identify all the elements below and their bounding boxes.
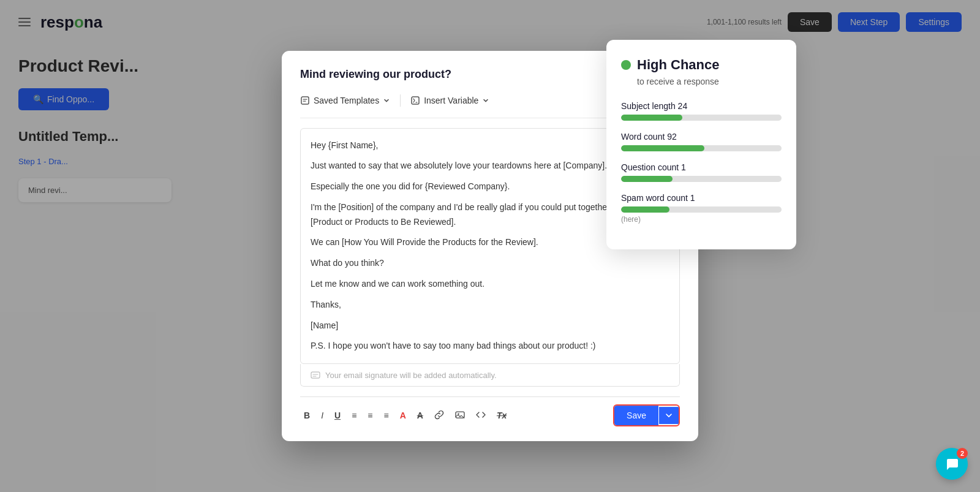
chance-header: High Chance [621,57,782,73]
email-line-7: Let me know and we can work something ou… [311,277,669,292]
metric-note-spam: (here) [621,215,782,224]
metric-bar-fill-question [621,176,673,182]
save-button-group: Save [613,404,680,426]
embed-icon [476,410,486,420]
metric-label-spam: Spam word count 1 [621,193,782,203]
bold-button[interactable]: B [300,408,314,423]
insert-variable-dropdown[interactable]: Insert Variable [410,96,489,105]
format-bar: B I U ≡ ≡ ≡ A A Tx Save [300,396,680,426]
metric-bar-fill-spam [621,206,669,213]
metric-bar-fill-word [621,145,704,151]
email-line-9: [Name] [311,319,669,333]
underline-button[interactable]: U [331,408,344,423]
svg-rect-2 [311,372,320,378]
align-left-button[interactable]: ≡ [348,408,360,423]
metric-label-word: Word count 92 [621,132,782,142]
signature-icon [311,370,320,380]
chat-bubble[interactable]: 2 [936,448,968,480]
metric-bar-fill-subject [621,115,682,121]
side-panel: High Chance to receive a response Subjec… [606,40,796,249]
link-button[interactable] [431,407,448,424]
chevron-down-icon-2 [482,97,489,104]
metric-subject-length: Subject length 24 [621,101,782,121]
toolbar-divider [400,94,401,107]
embed-link-button[interactable] [472,407,489,424]
metric-label-question: Question count 1 [621,162,782,172]
metric-bar-bg-subject [621,115,782,121]
green-dot-icon [621,60,631,70]
save-dropdown-button[interactable] [659,407,679,424]
list-button[interactable]: ≡ [380,408,392,423]
signature-text: Your email signature will be added autom… [325,371,497,380]
image-button[interactable] [451,407,469,424]
chevron-down-icon [383,97,390,104]
metric-bar-bg-word [621,145,782,151]
template-icon [300,96,310,105]
metric-spam-count: Spam word count 1 (here) [621,193,782,224]
email-line-8: Thanks, [311,298,669,312]
image-icon [455,410,465,420]
saved-templates-label: Saved Templates [314,96,379,105]
metric-question-count: Question count 1 [621,162,782,182]
svg-rect-1 [412,97,419,104]
chat-icon [944,456,959,471]
strikethrough-button[interactable]: A [413,408,427,423]
chevron-down-icon-3 [665,412,673,419]
chance-title: High Chance [637,57,719,73]
saved-templates-dropdown[interactable]: Saved Templates [300,96,390,105]
metric-label-subject: Subject length 24 [621,101,782,111]
save-main-button[interactable]: Save [614,406,658,425]
align-center-button[interactable]: ≡ [364,408,376,423]
metric-bar-bg-question [621,176,782,182]
email-line-10: P.S. I hope you won't have to say too ma… [311,339,669,354]
email-line-6: What do you think? [311,256,669,271]
signature-row: Your email signature will be added autom… [300,364,680,387]
link-icon [434,410,444,420]
metric-word-count: Word count 92 [621,132,782,151]
svg-rect-0 [301,97,309,104]
chance-subtitle: to receive a response [637,77,782,86]
variable-icon [410,96,420,105]
chat-badge: 2 [957,448,968,459]
insert-variable-label: Insert Variable [424,96,478,105]
clear-format-button[interactable]: Tx [493,408,510,423]
metric-bar-bg-spam [621,206,782,213]
svg-point-4 [458,413,459,414]
italic-button[interactable]: I [317,408,327,423]
font-color-button[interactable]: A [396,408,410,423]
modal-title: Mind reviewing our product? [300,68,451,81]
